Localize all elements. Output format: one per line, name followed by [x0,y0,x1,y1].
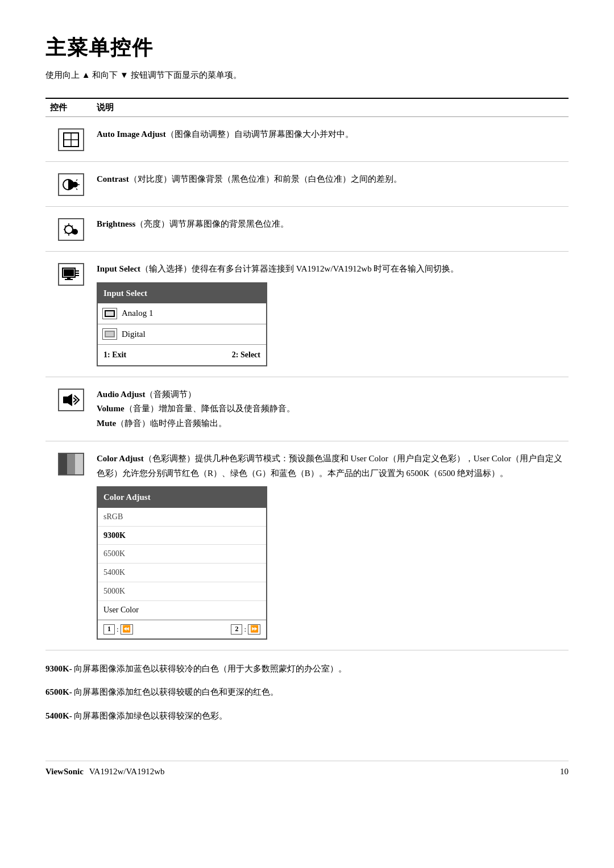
contrast-icon-cell [45,172,97,196]
desc-5400k: 5400K- 向屏幕图像添加绿色以获得较深的色彩。 [45,709,569,724]
footer-left-colon: : [117,623,119,636]
auto-image-adjust-desc: Auto Image Adjust（图像自动调整）自动调节屏幕图像大小并对中。 [97,127,569,142]
input-select-submenu: Input Select Analog 1 [97,282,267,366]
5400k-bold: 5400K- [45,711,72,720]
analog-label: Analog 1 [122,306,153,321]
input-select-icon [58,263,84,286]
auto-image-adjust-label: Auto Image Adjust [97,130,166,139]
color-option-srgb[interactable]: sRGB [98,508,266,527]
col-control-label: 控件 [45,102,97,113]
color-adjust-submenu-title: Color Adjust [98,487,266,508]
svg-rect-28 [106,332,114,336]
input-select-digital-item[interactable]: Digital [98,324,266,345]
brightness-icon-cell [45,217,97,241]
color-option-5400k[interactable]: 5400K [98,564,266,582]
color-option-9300k[interactable]: 9300K [98,527,266,545]
svg-line-13 [65,226,66,227]
color-stripe-light [75,454,83,474]
svg-point-4 [72,182,78,187]
color-option-6500k[interactable]: 6500K [98,545,266,564]
page-container: 主菜单控件 使用向上 ▲ 和向下 ▼ 按钮调节下面显示的菜单项。 控件 说明 A… [45,34,569,777]
input-select-label: Input Select [97,264,140,273]
footer-right-num: 2 [231,624,242,635]
footer-model: VA1912w/VA1912wb [89,767,165,776]
footer-right-colon: : [244,623,246,636]
svg-rect-24 [76,275,79,276]
footer-left-num: 1 [103,624,115,635]
input-select-select: 2: Select [232,348,260,362]
brightness-desc: Brightness（亮度）调节屏幕图像的背景黑色位准。 [97,217,569,232]
audio-adjust-icon-cell [45,387,97,411]
page-title: 主菜单控件 [45,34,569,62]
svg-rect-23 [76,273,79,274]
color-adjust-label: Color Adjust [97,454,144,463]
volume-label: Volume [97,404,125,413]
svg-rect-29 [63,397,68,403]
svg-line-7 [76,189,77,190]
menu-item-input-select: Input Select（输入选择）使得在有多台计算器连接到 VA1912w/V… [45,252,569,377]
mute-label: Mute [97,419,116,428]
desc-9300k: 9300K- 向屏幕图像添加蓝色以获得较冷的白色（用于大多数照蒙灯的办公室）。 [45,662,569,677]
menu-item-audio-adjust: Audio Adjust（音频调节） Volume（音量）增加音量、降低音以及使… [45,377,569,442]
input-select-desc: Input Select（输入选择）使得在有多台计算器连接到 VA1912w/V… [97,262,569,366]
color-option-user-color[interactable]: User Color [98,601,266,620]
color-option-5000k[interactable]: 5000K [98,582,266,601]
page-footer: ViewSonic VA1912w/VA1912wb 10 [45,761,569,777]
brightness-icon [58,218,84,241]
menu-item-auto-image-adjust: Auto Image Adjust（图像自动调整）自动调节屏幕图像大小并对中。 [45,117,569,162]
back-arrow-icon: ⏪ [121,624,133,635]
menu-item-brightness: Brightness（亮度）调节屏幕图像的背景黑色位准。 [45,207,569,252]
contrast-desc: Contrast（对比度）调节图像背景（黑色位准）和前景（白色位准）之间的差别。 [97,172,569,187]
input-select-footer: 1: Exit 2: Select [98,345,266,365]
svg-point-8 [65,226,73,233]
menu-item-color-adjust: Color Adjust（色彩调整）提供几种色彩调节模式：预设颜色温度和 Use… [45,441,569,650]
color-adjust-icon-cell [45,452,97,475]
svg-line-16 [65,232,66,233]
footer-brand: ViewSonic [45,767,84,776]
color-stripe-dark [59,454,67,474]
svg-rect-26 [106,311,114,316]
input-select-submenu-title: Input Select [98,283,266,304]
extra-descriptions: 9300K- 向屏幕图像添加蓝色以获得较冷的白色（用于大多数照蒙灯的办公室）。 … [45,650,569,738]
color-adjust-submenu: Color Adjust sRGB 9300K 6500K 5400K 5000… [97,486,267,639]
color-footer-right: 2 : ⏩ [231,623,260,636]
footer-page-number: 10 [560,767,569,777]
forward-arrow-icon: ⏩ [248,624,260,635]
auto-image-adjust-icon-cell [45,127,97,151]
audio-adjust-desc: Audio Adjust（音频调节） Volume（音量）增加音量、降低音以及使… [97,387,569,431]
input-select-analog-item[interactable]: Analog 1 [98,303,266,324]
contrast-label: Contrast [97,174,129,183]
digital-icon [102,328,117,340]
col-desc-label: 说明 [97,102,569,113]
9300k-bold: 9300K- [45,664,72,673]
color-stripe-mid [67,454,75,474]
table-header: 控件 说明 [45,98,569,117]
svg-line-15 [72,226,73,227]
svg-point-17 [72,229,78,235]
svg-line-5 [76,180,77,181]
analog-icon [102,308,117,319]
color-adjust-desc: Color Adjust（色彩调整）提供几种色彩调节模式：预设颜色温度和 Use… [97,452,569,639]
footer-brand-model: ViewSonic VA1912w/VA1912wb [45,767,165,777]
color-adjust-icon [58,453,84,475]
color-adjust-footer: 1 : ⏪ 2 : ⏩ [98,620,266,639]
input-select-exit: 1: Exit [103,348,126,362]
page-subtitle: 使用向上 ▲ 和向下 ▼ 按钮调节下面显示的菜单项。 [45,70,569,81]
svg-rect-19 [64,269,74,276]
audio-adjust-label: Audio Adjust [97,390,145,399]
menu-item-contrast: Contrast（对比度）调节图像背景（黑色位准）和前景（白色位准）之间的差别。 [45,162,569,207]
svg-rect-21 [65,279,73,280]
6500k-bold: 6500K- [45,687,72,696]
svg-rect-22 [76,270,79,272]
auto-image-adjust-icon [58,128,84,151]
desc-6500k: 6500K- 向屏幕图像添加红色以获得较暖的白色和更深的红色。 [45,685,569,700]
color-footer-left: 1 : ⏪ [103,623,133,636]
brightness-label: Brightness [97,219,135,228]
svg-rect-20 [67,277,70,279]
contrast-icon [58,173,84,196]
digital-label: Digital [122,327,146,342]
audio-adjust-icon [58,389,84,411]
input-select-icon-cell [45,262,97,286]
